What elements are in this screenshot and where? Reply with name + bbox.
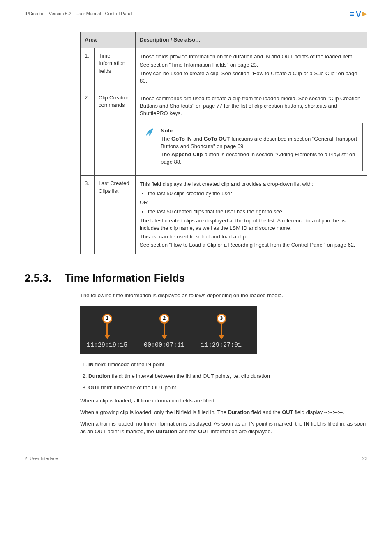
row-desc: This field displays the last created cli… bbox=[136, 176, 367, 254]
row-desc: Those fields provide information on the … bbox=[136, 48, 367, 90]
desc-text: See section "Time Information Fields" on… bbox=[140, 61, 363, 69]
callout-circle: 1 bbox=[102, 314, 112, 324]
page-footer: 2. User Interface 23 bbox=[25, 452, 367, 462]
page-header: IPDirector - Version 6.2 - User Manual -… bbox=[25, 0, 367, 23]
callout-circle: 3 bbox=[217, 314, 226, 324]
footer-chapter: 2. User Interface bbox=[25, 456, 58, 462]
arrow-down-icon bbox=[161, 335, 167, 339]
timecode-duration: 00:00:07:11 bbox=[144, 341, 184, 349]
list-item: OUT field: timecode of the OUT point bbox=[88, 384, 367, 391]
list-item: the last 50 clips created by the user bbox=[148, 190, 363, 197]
diagram-col-1: 1 11:29:19:15 bbox=[87, 314, 127, 349]
section-title: Time Information Fields bbox=[65, 271, 185, 285]
callout-line-icon bbox=[106, 324, 108, 335]
desc-text: The latest created clips are displayed a… bbox=[140, 217, 363, 232]
desc-text: Those commands are used to create a clip… bbox=[140, 95, 363, 118]
desc-text: They can be used to create a clip. See s… bbox=[140, 70, 363, 85]
table-row: 3. Last Created Clips list This field di… bbox=[81, 176, 367, 254]
note-box: Note The GoTo IN and GoTo OUT functions … bbox=[140, 123, 363, 171]
note-title: Note bbox=[161, 127, 357, 134]
area-description-table: Area Description / See also… 1. Time Inf… bbox=[80, 32, 367, 254]
note-text: The GoTo IN and GoTo OUT functions are d… bbox=[161, 135, 357, 150]
diagram-col-2: 2 00:00:07:11 bbox=[144, 314, 184, 349]
row-num: 1. bbox=[81, 48, 95, 90]
diagram-col-3: 3 11:29:27:01 bbox=[201, 314, 242, 349]
field-description-list: IN field: timecode of the IN point Durat… bbox=[88, 361, 367, 392]
doc-title: IPDirector - Version 6.2 - User Manual -… bbox=[25, 11, 132, 17]
body-paragraph: When a train is loaded, no time informat… bbox=[80, 420, 367, 435]
callout-circle: 2 bbox=[159, 314, 169, 324]
row-num: 2. bbox=[81, 90, 95, 176]
arrow-down-icon bbox=[219, 335, 224, 339]
row-label: Clip Creation commands bbox=[95, 90, 136, 176]
list-item: IN field: timecode of the IN point bbox=[88, 361, 367, 368]
desc-text: This list can be used to select and load… bbox=[140, 233, 363, 240]
body-paragraph: When a growing clip is loaded, only the … bbox=[80, 409, 367, 416]
table-header-area: Area bbox=[81, 32, 136, 48]
main-content: Area Description / See also… 1. Time Inf… bbox=[25, 23, 367, 435]
callout-line-icon bbox=[221, 324, 222, 335]
timecode-in: 11:29:19:15 bbox=[87, 341, 127, 349]
body-paragraph: When a clip is loaded, all time informat… bbox=[80, 397, 367, 405]
section-heading: 2.5.3. Time Information Fields bbox=[25, 271, 367, 285]
table-header-desc: Description / See also… bbox=[136, 32, 367, 48]
table-row: 2. Clip Creation commands Those commands… bbox=[81, 90, 367, 176]
table-row: 1. Time Information fields Those fields … bbox=[81, 48, 367, 90]
logo-triangle-icon: ▶ bbox=[362, 10, 367, 18]
desc-text: See section "How to Load a Clip or a Rec… bbox=[140, 241, 363, 249]
logo-bars-icon: ≡ bbox=[350, 8, 355, 20]
callout-line-icon bbox=[164, 324, 165, 335]
note-text: The Append Clip button is described in s… bbox=[161, 151, 357, 166]
desc-text: This field displays the last created cli… bbox=[140, 180, 363, 188]
section-number: 2.5.3. bbox=[25, 271, 51, 285]
note-icon bbox=[144, 127, 155, 140]
logo-letter-v: V bbox=[356, 8, 362, 20]
row-num: 3. bbox=[81, 176, 95, 254]
section-intro: The following time information is displa… bbox=[80, 292, 367, 299]
footer-page-number: 23 bbox=[362, 456, 367, 462]
row-label: Last Created Clips list bbox=[95, 176, 136, 254]
list-item: Duration field: time interval between th… bbox=[88, 372, 367, 380]
arrow-down-icon bbox=[104, 335, 110, 339]
list-item: the last 50 created clips that the user … bbox=[148, 208, 363, 215]
timecode-out: 11:29:27:01 bbox=[201, 341, 242, 349]
evs-logo: ≡V▶ bbox=[350, 8, 367, 20]
desc-text: Those fields provide information on the … bbox=[140, 53, 363, 60]
row-label: Time Information fields bbox=[95, 48, 136, 90]
desc-text: OR bbox=[140, 199, 363, 206]
row-desc: Those commands are used to create a clip… bbox=[136, 90, 367, 176]
timecode-diagram: 1 11:29:19:15 2 00:00:07:11 3 11:29:27:0… bbox=[80, 306, 257, 354]
